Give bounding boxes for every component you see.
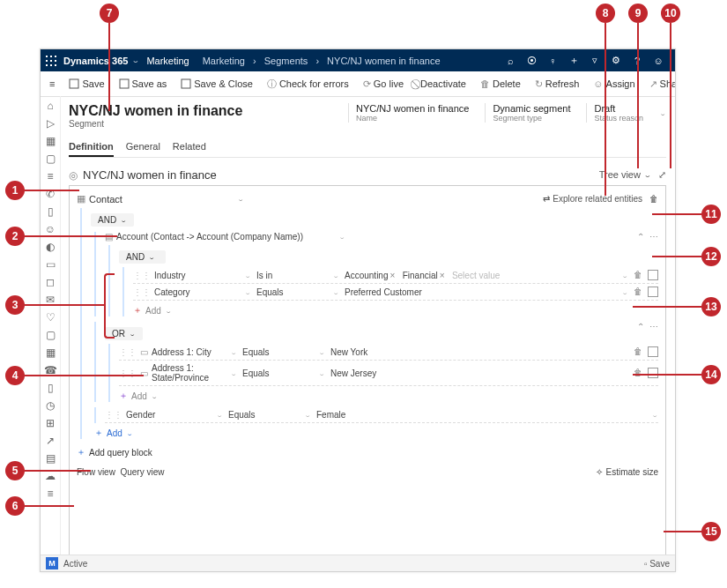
- header-expand-icon[interactable]: ⌄: [659, 110, 666, 116]
- entity-chevron-icon[interactable]: ⌄: [237, 196, 244, 202]
- breadcrumb-item[interactable]: Segments: [264, 56, 308, 66]
- go-live-button[interactable]: ⟳ Go live: [360, 76, 407, 93]
- calendar-icon[interactable]: ▦: [44, 346, 56, 359]
- page-icon[interactable]: ▢: [44, 329, 56, 341]
- clause-gender[interactable]: ⋮⋮ Gender ⌄ Equals ⌄ Female ⌄: [105, 407, 658, 423]
- collapse-icon[interactable]: ⌃: [637, 232, 644, 242]
- globe-icon[interactable]: ◐: [44, 241, 56, 253]
- add-clause-button[interactable]: ＋ Add ⌄: [133, 304, 172, 316]
- tab-related[interactable]: Related: [173, 138, 206, 157]
- doc2-icon[interactable]: ▯: [44, 382, 56, 394]
- deactivate-button[interactable]: ⃠ Deactivate: [414, 76, 470, 93]
- list2-icon[interactable]: ≡: [44, 488, 56, 500]
- drag-icon[interactable]: ⋮⋮: [105, 410, 122, 420]
- heart-icon[interactable]: ♡: [44, 311, 56, 324]
- drag-icon[interactable]: ⋮⋮: [119, 347, 137, 357]
- drag-icon[interactable]: ⋮⋮: [133, 287, 151, 297]
- explore-related-button[interactable]: ⇄ Explore related entities: [543, 194, 642, 204]
- user-icon[interactable]: ☺: [652, 56, 664, 66]
- delete-clause-icon[interactable]: 🗑: [634, 368, 642, 378]
- clause-checkbox[interactable]: [648, 287, 658, 297]
- check-errors-button[interactable]: ⓘ Check for errors: [263, 75, 352, 93]
- callout-6: 6: [5, 496, 25, 516]
- query-view-link[interactable]: Query view: [120, 467, 164, 477]
- clause-checkbox[interactable]: [648, 346, 658, 357]
- clause-checkbox[interactable]: [648, 270, 658, 280]
- clause-industry[interactable]: ⋮⋮ Industry ⌄ Is in ⌄ Accounting × Finan…: [133, 267, 658, 284]
- hamburger-icon[interactable]: ≡: [46, 76, 58, 92]
- account-chevron-icon[interactable]: ⌄: [338, 234, 345, 240]
- estimate-size-button[interactable]: Estimate size: [606, 467, 658, 477]
- assign-button[interactable]: ☺ Assign: [590, 76, 638, 92]
- callout-13: 13: [701, 297, 721, 316]
- content-area: NYC/NJ women in finance Segment NYC/NJ w…: [60, 96, 675, 555]
- clause-category[interactable]: ⋮⋮ Category ⌄ Equals ⌄ Preferred Custome…: [133, 284, 658, 301]
- add-clause-button[interactable]: ＋ Add ⌄: [119, 390, 158, 402]
- clause-state[interactable]: ⋮⋮ ▭ Address 1: State/Province ⌄ Equals …: [119, 361, 658, 386]
- brand-chevron-icon[interactable]: ⌄: [131, 57, 139, 64]
- flow-view-link[interactable]: Flow view: [77, 467, 115, 477]
- clause-checkbox[interactable]: [648, 368, 658, 378]
- operator-and[interactable]: AND ⌄: [91, 213, 134, 227]
- remove-tag-icon[interactable]: ×: [440, 271, 445, 280]
- tab-general[interactable]: General: [126, 138, 160, 157]
- send-icon[interactable]: ↗: [44, 435, 56, 447]
- save-close-button[interactable]: Save & Close: [177, 76, 256, 92]
- layers-icon[interactable]: ▤: [44, 452, 56, 465]
- svg-rect-1: [50, 56, 52, 57]
- delete-clause-icon[interactable]: 🗑: [634, 346, 642, 357]
- more-icon[interactable]: ⋯: [649, 322, 658, 331]
- tab-definition[interactable]: Definition: [69, 138, 114, 157]
- callout-7: 7: [100, 4, 119, 23]
- delete-block-icon[interactable]: 🗑: [649, 194, 658, 204]
- top-nav-bar: Dynamics 365 ⌄ Marketing Marketing › Seg…: [41, 49, 675, 71]
- fullscreen-icon[interactable]: ⤢: [658, 169, 666, 181]
- more-icon[interactable]: ⋯: [649, 232, 658, 242]
- help-bulb-icon[interactable]: ♀: [546, 56, 559, 66]
- add-query-block-button[interactable]: ＋ Add query block: [77, 446, 152, 458]
- breadcrumb-item[interactable]: NYC/NJ women in finance: [327, 56, 440, 66]
- status-m-badge[interactable]: M: [46, 557, 58, 569]
- search-icon[interactable]: ⌕: [504, 56, 516, 66]
- tree-icon[interactable]: ⊞: [44, 417, 56, 429]
- folder-icon[interactable]: ▭: [44, 258, 56, 271]
- home-icon[interactable]: ⌂: [44, 100, 56, 112]
- settings-gear-icon[interactable]: ⚙: [610, 55, 622, 66]
- delete-clause-icon[interactable]: 🗑: [634, 287, 642, 297]
- bookmark-icon[interactable]: ▯: [44, 205, 56, 218]
- remove-tag-icon[interactable]: ×: [389, 271, 395, 280]
- task-icon[interactable]: ⦿: [525, 56, 538, 66]
- filter-icon[interactable]: ▿: [589, 55, 601, 66]
- cloud-icon[interactable]: ☁: [44, 470, 56, 482]
- person-icon[interactable]: ☺: [44, 223, 56, 235]
- tree-view-toggle[interactable]: Tree view ⌄: [599, 169, 651, 181]
- operator-and-inner[interactable]: AND ⌄: [119, 250, 166, 264]
- status-save-icon[interactable]: ▫ Save: [644, 559, 670, 569]
- delete-button[interactable]: 🗑 Delete: [477, 76, 524, 92]
- refresh-button[interactable]: ↻ Refresh: [531, 76, 583, 93]
- speech-icon[interactable]: ◻: [44, 276, 56, 288]
- bars-icon[interactable]: ≡: [44, 170, 56, 182]
- save-button[interactable]: Save: [65, 76, 108, 92]
- run-icon[interactable]: ▷: [44, 117, 56, 130]
- clause-city[interactable]: ⋮⋮ ▭ Address 1: City ⌄ Equals ⌄ New York…: [119, 344, 658, 361]
- clock-icon[interactable]: ◷: [44, 399, 56, 412]
- add-icon[interactable]: ＋: [568, 54, 580, 67]
- drag-icon[interactable]: ⋮⋮: [133, 271, 151, 280]
- root-entity[interactable]: Contact: [89, 194, 122, 205]
- account-subgroup-label[interactable]: Account (Contact -> Account (Company Nam…: [116, 232, 303, 242]
- callout-15: 15: [701, 522, 721, 541]
- doc-icon[interactable]: ▢: [44, 153, 56, 165]
- app-name[interactable]: Marketing: [146, 56, 189, 66]
- save-as-button[interactable]: Save as: [115, 76, 171, 92]
- breadcrumb-item[interactable]: Marketing: [203, 56, 245, 66]
- app-launcher-icon[interactable]: [46, 56, 56, 66]
- grid-icon[interactable]: ▦: [44, 135, 56, 147]
- callout-1-leader: [25, 190, 79, 191]
- delete-clause-icon[interactable]: 🗑: [634, 270, 642, 280]
- add-clause-button-root[interactable]: ＋ Add ⌄: [94, 427, 133, 439]
- svg-rect-11: [182, 79, 190, 88]
- command-bar: ≡ Save Save as Save & Close ⓘ Check for …: [41, 71, 675, 97]
- status-bar: M Active ▫ Save: [41, 555, 675, 571]
- collapse-icon[interactable]: ⌃: [637, 322, 644, 331]
